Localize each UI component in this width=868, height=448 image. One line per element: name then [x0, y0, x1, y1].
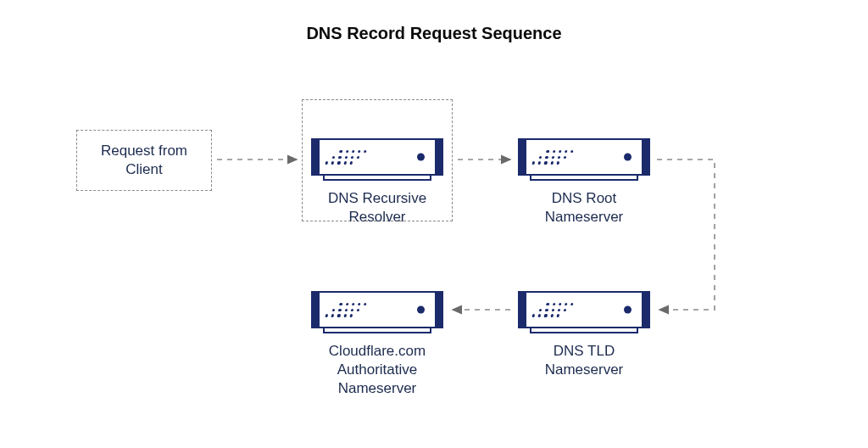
arrow-root-to-tld [657, 160, 715, 310]
server-icon [311, 291, 443, 328]
server-icon [518, 138, 650, 176]
server-led-icon [624, 154, 632, 161]
server-led-icon [417, 306, 425, 314]
diagram-stage: DNS Record Request Sequence Request from… [0, 0, 868, 448]
server-tld-nameserver: DNS TLDNameserver [518, 291, 650, 379]
server-vents-icon [326, 293, 365, 327]
server-recursive-resolver: DNS RecursiveResolver [311, 138, 443, 227]
server-vents-icon [533, 140, 572, 174]
server-icon [518, 291, 650, 328]
server-vents-icon [533, 293, 572, 327]
server-vents-icon [326, 140, 365, 174]
client-request-label: Request fromClient [101, 142, 187, 179]
server-label: DNS TLDNameserver [518, 342, 650, 379]
server-led-icon [624, 306, 632, 314]
server-label: Cloudflare.comAuthoritativeNameserver [311, 342, 443, 398]
server-root-nameserver: DNS RootNameserver [518, 138, 650, 227]
client-request-box: Request fromClient [76, 130, 212, 191]
server-icon [311, 138, 443, 176]
server-label: DNS RootNameserver [518, 189, 650, 227]
server-led-icon [417, 154, 425, 161]
server-authoritative-nameserver: Cloudflare.comAuthoritativeNameserver [311, 291, 443, 398]
server-label: DNS RecursiveResolver [311, 189, 443, 227]
diagram-title: DNS Record Request Sequence [0, 24, 868, 43]
